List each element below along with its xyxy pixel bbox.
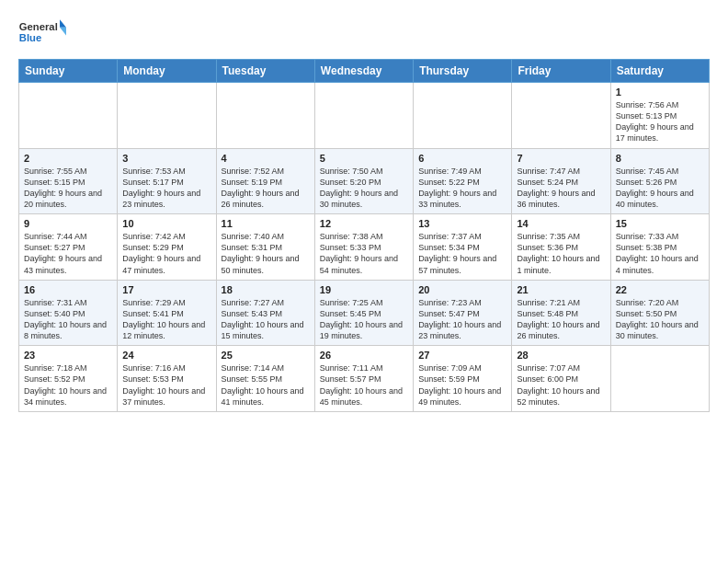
day-number: 18 <box>222 284 310 295</box>
day-info: Sunrise: 7:56 AM Sunset: 5:13 PM Dayligh… <box>616 99 704 144</box>
svg-text:General: General <box>19 21 58 32</box>
day-number: 4 <box>222 153 310 164</box>
day-number: 1 <box>616 86 704 98</box>
day-number: 2 <box>24 153 112 164</box>
day-info: Sunrise: 7:45 AM Sunset: 5:26 PM Dayligh… <box>616 166 704 211</box>
svg-text:Blue: Blue <box>19 32 41 43</box>
svg-marker-2 <box>60 19 66 28</box>
day-number: 15 <box>616 218 704 229</box>
calendar-cell: 11Sunrise: 7:40 AM Sunset: 5:31 PM Dayli… <box>216 214 314 281</box>
day-number: 28 <box>517 350 605 361</box>
day-number: 27 <box>418 350 506 361</box>
weekday-header-thursday: Thursday <box>414 60 512 83</box>
day-info: Sunrise: 7:35 AM Sunset: 5:36 PM Dayligh… <box>517 231 605 276</box>
calendar-cell: 15Sunrise: 7:33 AM Sunset: 5:38 PM Dayli… <box>610 214 709 281</box>
day-info: Sunrise: 7:09 AM Sunset: 5:59 PM Dayligh… <box>418 362 506 408</box>
calendar-cell <box>118 83 216 149</box>
calendar-cell: 22Sunrise: 7:20 AM Sunset: 5:50 PM Dayli… <box>610 280 709 346</box>
day-number: 6 <box>418 153 506 164</box>
day-info: Sunrise: 7:27 AM Sunset: 5:43 PM Dayligh… <box>222 297 310 342</box>
day-info: Sunrise: 7:33 AM Sunset: 5:38 PM Dayligh… <box>616 231 704 276</box>
day-info: Sunrise: 7:31 AM Sunset: 5:40 PM Dayligh… <box>24 297 112 342</box>
day-info: Sunrise: 7:23 AM Sunset: 5:47 PM Dayligh… <box>418 297 506 342</box>
weekday-header-row: SundayMondayTuesdayWednesdayThursdayFrid… <box>19 60 710 83</box>
weekday-header-wednesday: Wednesday <box>314 60 413 83</box>
day-info: Sunrise: 7:40 AM Sunset: 5:31 PM Dayligh… <box>222 231 310 276</box>
calendar-week-4: 16Sunrise: 7:31 AM Sunset: 5:40 PM Dayli… <box>19 280 710 346</box>
calendar-cell <box>414 83 512 149</box>
weekday-header-tuesday: Tuesday <box>216 60 314 83</box>
day-number: 9 <box>24 218 112 229</box>
day-info: Sunrise: 7:25 AM Sunset: 5:45 PM Dayligh… <box>320 297 408 342</box>
calendar-cell: 28Sunrise: 7:07 AM Sunset: 6:00 PM Dayli… <box>512 346 610 412</box>
calendar-cell: 12Sunrise: 7:38 AM Sunset: 5:33 PM Dayli… <box>314 214 413 281</box>
day-info: Sunrise: 7:20 AM Sunset: 5:50 PM Dayligh… <box>616 297 704 342</box>
calendar-cell: 14Sunrise: 7:35 AM Sunset: 5:36 PM Dayli… <box>512 214 610 281</box>
calendar-cell: 8Sunrise: 7:45 AM Sunset: 5:26 PM Daylig… <box>610 148 709 214</box>
header: General Blue <box>18 15 710 50</box>
calendar-cell: 18Sunrise: 7:27 AM Sunset: 5:43 PM Dayli… <box>216 280 314 346</box>
calendar-week-2: 2Sunrise: 7:55 AM Sunset: 5:15 PM Daylig… <box>19 148 710 214</box>
calendar-cell <box>512 83 610 149</box>
day-number: 10 <box>122 218 210 229</box>
day-number: 16 <box>24 284 112 295</box>
weekday-header-saturday: Saturday <box>610 60 709 83</box>
calendar-week-5: 23Sunrise: 7:18 AM Sunset: 5:52 PM Dayli… <box>19 346 710 412</box>
calendar-cell: 25Sunrise: 7:14 AM Sunset: 5:55 PM Dayli… <box>216 346 314 412</box>
logo: General Blue <box>18 15 66 50</box>
day-number: 13 <box>418 218 506 229</box>
day-info: Sunrise: 7:11 AM Sunset: 5:57 PM Dayligh… <box>320 362 408 408</box>
calendar-cell: 2Sunrise: 7:55 AM Sunset: 5:15 PM Daylig… <box>19 148 118 214</box>
calendar-cell <box>314 83 413 149</box>
day-info: Sunrise: 7:29 AM Sunset: 5:41 PM Dayligh… <box>122 297 210 342</box>
weekday-header-friday: Friday <box>512 60 610 83</box>
day-number: 3 <box>122 153 210 164</box>
calendar-cell: 4Sunrise: 7:52 AM Sunset: 5:19 PM Daylig… <box>216 148 314 214</box>
day-number: 14 <box>517 218 605 229</box>
calendar-cell: 1Sunrise: 7:56 AM Sunset: 5:13 PM Daylig… <box>610 83 709 149</box>
day-info: Sunrise: 7:14 AM Sunset: 5:55 PM Dayligh… <box>222 362 310 408</box>
calendar-cell: 10Sunrise: 7:42 AM Sunset: 5:29 PM Dayli… <box>118 214 216 281</box>
logo-icon: General Blue <box>18 15 66 50</box>
calendar-cell: 6Sunrise: 7:49 AM Sunset: 5:22 PM Daylig… <box>414 148 512 214</box>
calendar-cell: 21Sunrise: 7:21 AM Sunset: 5:48 PM Dayli… <box>512 280 610 346</box>
day-info: Sunrise: 7:42 AM Sunset: 5:29 PM Dayligh… <box>122 231 210 276</box>
calendar-table: SundayMondayTuesdayWednesdayThursdayFrid… <box>18 59 710 412</box>
calendar-cell <box>19 83 118 149</box>
day-info: Sunrise: 7:49 AM Sunset: 5:22 PM Dayligh… <box>418 166 506 211</box>
calendar-cell <box>610 346 709 412</box>
day-info: Sunrise: 7:44 AM Sunset: 5:27 PM Dayligh… <box>24 231 112 276</box>
day-number: 23 <box>24 350 112 361</box>
day-number: 8 <box>616 153 704 164</box>
day-number: 20 <box>418 284 506 295</box>
page: General Blue SundayMondayTuesdayWednesda… <box>0 0 728 563</box>
day-info: Sunrise: 7:21 AM Sunset: 5:48 PM Dayligh… <box>517 297 605 342</box>
day-number: 12 <box>320 218 408 229</box>
calendar-cell: 7Sunrise: 7:47 AM Sunset: 5:24 PM Daylig… <box>512 148 610 214</box>
calendar-cell: 24Sunrise: 7:16 AM Sunset: 5:53 PM Dayli… <box>118 346 216 412</box>
day-info: Sunrise: 7:16 AM Sunset: 5:53 PM Dayligh… <box>122 362 210 408</box>
calendar-week-3: 9Sunrise: 7:44 AM Sunset: 5:27 PM Daylig… <box>19 214 710 281</box>
svg-marker-3 <box>60 28 66 36</box>
calendar-week-1: 1Sunrise: 7:56 AM Sunset: 5:13 PM Daylig… <box>19 83 710 149</box>
day-number: 22 <box>616 284 704 295</box>
day-number: 25 <box>222 350 310 361</box>
day-info: Sunrise: 7:18 AM Sunset: 5:52 PM Dayligh… <box>24 362 112 408</box>
day-number: 26 <box>320 350 408 361</box>
day-number: 19 <box>320 284 408 295</box>
calendar-cell: 26Sunrise: 7:11 AM Sunset: 5:57 PM Dayli… <box>314 346 413 412</box>
calendar-cell: 13Sunrise: 7:37 AM Sunset: 5:34 PM Dayli… <box>414 214 512 281</box>
calendar-cell <box>216 83 314 149</box>
day-info: Sunrise: 7:38 AM Sunset: 5:33 PM Dayligh… <box>320 231 408 276</box>
calendar-cell: 16Sunrise: 7:31 AM Sunset: 5:40 PM Dayli… <box>19 280 118 346</box>
day-number: 17 <box>122 284 210 295</box>
calendar-cell: 3Sunrise: 7:53 AM Sunset: 5:17 PM Daylig… <box>118 148 216 214</box>
calendar-cell: 17Sunrise: 7:29 AM Sunset: 5:41 PM Dayli… <box>118 280 216 346</box>
calendar-cell: 5Sunrise: 7:50 AM Sunset: 5:20 PM Daylig… <box>314 148 413 214</box>
calendar-cell: 19Sunrise: 7:25 AM Sunset: 5:45 PM Dayli… <box>314 280 413 346</box>
weekday-header-monday: Monday <box>118 60 216 83</box>
calendar-cell: 27Sunrise: 7:09 AM Sunset: 5:59 PM Dayli… <box>414 346 512 412</box>
day-info: Sunrise: 7:53 AM Sunset: 5:17 PM Dayligh… <box>122 166 210 211</box>
day-number: 11 <box>222 218 310 229</box>
calendar-cell: 20Sunrise: 7:23 AM Sunset: 5:47 PM Dayli… <box>414 280 512 346</box>
